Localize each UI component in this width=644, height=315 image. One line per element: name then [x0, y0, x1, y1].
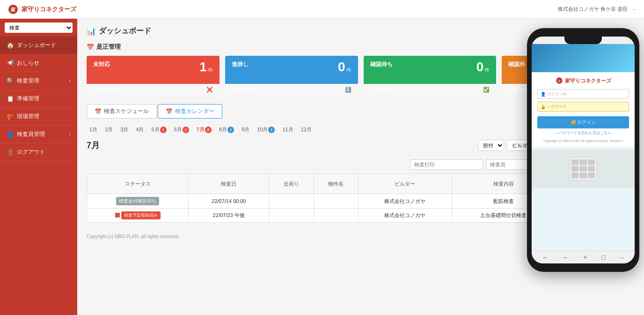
cell-builder: 株式会社コノガヤ: [358, 194, 452, 209]
sidebar-item-inspection-mgmt[interactable]: 🔍 検査管理 ‹: [0, 72, 77, 90]
col-status: ステータス: [87, 174, 189, 194]
product-hole: [571, 172, 578, 178]
product-hole: [571, 166, 578, 172]
lock-icon: 🔒: [541, 105, 546, 109]
sidebar-item-logout[interactable]: 🚪 ログアウト: [0, 143, 77, 161]
phone-bg: [532, 44, 635, 72]
arrow-icon: ❌: [206, 87, 213, 93]
card-bottom-confirming: 詳細を確認 ✅: [364, 84, 497, 96]
phone-content: 家 家守りコネクターズ 👤 ログインID 🔒: [532, 72, 635, 147]
inspection-no-input[interactable]: [410, 159, 483, 170]
svg-text:家: 家: [11, 7, 16, 12]
cell-builder: 株式会社コノガヤ: [358, 209, 452, 223]
cell-property: [314, 194, 358, 209]
phone-logo: 家 家守りコネクターズ: [537, 77, 629, 84]
news-icon: 📢: [7, 60, 14, 67]
month-apr[interactable]: 4月: [133, 125, 146, 134]
bookmark-btn[interactable]: □: [601, 254, 605, 261]
month-feb[interactable]: 2月: [102, 125, 116, 134]
sidebar-select[interactable]: 検査: [5, 22, 73, 33]
sidebar: 検査 🏠 ダッシュボード 📢 おしらせ 🔍 検査管理 ‹ 📋 準備管理 🏗️ 現…: [0, 19, 77, 315]
sidebar-item-dashboard[interactable]: 🏠 ダッシュボード: [0, 37, 77, 54]
product-hole: [571, 159, 578, 165]
check-icon: ✅: [483, 87, 490, 93]
logout-icon[interactable]: →: [631, 7, 637, 12]
site-icon: 🏗️: [7, 113, 14, 120]
tab-schedule[interactable]: 📅 検査スケジュール: [87, 104, 157, 119]
month-jul[interactable]: 7月2: [194, 125, 214, 134]
col-property: 物件名: [314, 174, 358, 194]
phone-screen: 🔒 ie.connectors.co.jp 家 家守りコネクターズ: [532, 37, 635, 263]
card-confirming[interactable]: 確認待ち 0 件 詳細を確認 ✅: [364, 56, 497, 96]
card-unit: 件: [484, 67, 490, 74]
month-mar[interactable]: 3月: [117, 125, 131, 134]
calendar-icon: 📅: [87, 44, 94, 51]
dashboard-icon: 📊: [87, 27, 96, 36]
header-logo: 家 家守りコネクターズ: [7, 4, 76, 15]
card-unit: 件: [346, 67, 351, 74]
tab-calendar[interactable]: 📅 検査カレンダー: [158, 104, 222, 119]
month-jun[interactable]: 6月2: [171, 125, 192, 134]
cell-status: 検査会付確定待ち: [87, 194, 189, 209]
status-badge: 検査会付確定待ち: [116, 197, 159, 205]
month-jan[interactable]: 1月: [87, 125, 100, 134]
sidebar-item-news[interactable]: 📢 おしらせ: [0, 54, 77, 72]
card-label: 進捗し: [232, 60, 249, 68]
card-unapplied[interactable]: 未対応 1 件 詳細を確認 ❌: [87, 56, 220, 96]
user-name: 株式会社コノガヤ 角ケ谷 道臣: [558, 6, 628, 13]
forward-btn[interactable]: →: [562, 254, 569, 261]
card-responding[interactable]: 進捗し 0 件 詳細を確認 ℹ️: [225, 56, 358, 96]
phone-forgot-link[interactable]: ＞パスワードを忘れた方はこちら: [537, 130, 629, 135]
sidebar-item-prep-mgmt[interactable]: 📋 準備管理: [0, 90, 77, 108]
search-icon: 🔍: [7, 77, 14, 84]
card-bottom-responding: 詳細を確認 ℹ️: [225, 84, 358, 96]
month-aug[interactable]: 8月1: [216, 125, 237, 134]
cell-date: 22/07/14 00:00: [189, 194, 269, 209]
info-icon: ℹ️: [345, 87, 351, 93]
card-label: 未対応: [93, 60, 110, 68]
tab-label: 検査カレンダー: [175, 107, 214, 115]
phone-product-image: [532, 150, 635, 188]
sidebar-item-inspector-mgmt[interactable]: 👤 検査員管理 ‹: [0, 126, 77, 143]
add-btn[interactable]: ＋: [582, 253, 588, 262]
phone-password-placeholder: パスワード: [548, 104, 566, 109]
cell-property: [314, 209, 358, 223]
col-detail: 近祝り: [269, 174, 314, 194]
card-link[interactable]: 詳細を確認: [232, 86, 257, 93]
header-user-info: 株式会社コノガヤ 角ケ谷 道臣 →: [558, 6, 637, 13]
card-top-confirming: 確認待ち 0 件: [364, 56, 497, 84]
month-nov[interactable]: 11月: [279, 125, 296, 134]
card-link[interactable]: 詳細を確認: [93, 86, 119, 93]
phone-logo-text: 家守りコネクターズ: [565, 77, 611, 84]
main-layout: 検査 🏠 ダッシュボード 📢 おしらせ 🔍 検査管理 ‹ 📋 準備管理 🏗️ 現…: [0, 19, 644, 315]
card-bottom-unapplied: 詳細を確認 ❌: [87, 84, 220, 96]
phone-login-id-field[interactable]: 👤 ログインID: [537, 89, 629, 99]
card-link[interactable]: 詳細を確認: [370, 86, 396, 93]
month-may[interactable]: 5月1: [149, 125, 169, 134]
month-dec[interactable]: 12月: [298, 125, 315, 134]
tab-label: 検査スケジュール: [104, 107, 149, 115]
back-btn[interactable]: ←: [542, 254, 549, 261]
red-square-indicator: [115, 213, 120, 218]
product-hole: [579, 172, 586, 178]
chevron-icon: ‹: [69, 78, 71, 83]
phone-password-field[interactable]: 🔒 パスワード: [537, 102, 629, 112]
current-month-title: 7月: [87, 140, 100, 151]
product-box: [569, 157, 597, 180]
cell-detail: [269, 194, 314, 209]
menu-btn[interactable]: ···: [619, 254, 624, 261]
sidebar-item-label: 準備管理: [17, 95, 39, 103]
date-filter[interactable]: 担付: [478, 140, 504, 151]
home-icon: 🏠: [7, 42, 14, 49]
sidebar-item-site-mgmt[interactable]: 🏗️ 現場管理: [0, 108, 77, 126]
phone-notch: [564, 37, 602, 44]
sidebar-item-label: ダッシュボード: [17, 41, 56, 49]
month-oct[interactable]: 10月1: [254, 125, 278, 134]
schedule-tab-icon: 📅: [95, 108, 102, 115]
product-hole: [579, 159, 586, 165]
month-sep[interactable]: 9月: [239, 125, 252, 134]
logo-icon: 家: [7, 4, 19, 15]
user-icon: 👤: [541, 92, 546, 97]
phone-shell: 🔒 ie.connectors.co.jp 家 家守りコネクターズ: [527, 28, 639, 272]
phone-login-button[interactable]: 🔐 ログイン: [537, 116, 629, 128]
